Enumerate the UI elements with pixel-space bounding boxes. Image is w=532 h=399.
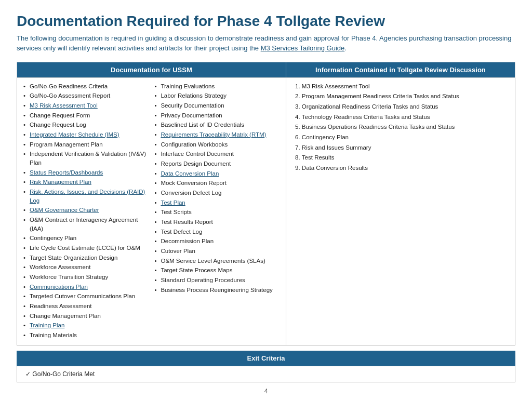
page-number: 4 — [17, 388, 515, 395]
doc-link[interactable]: Data Conversion Plan — [161, 170, 219, 177]
list-item: O&M Contract or Interagency Agreement (I… — [22, 216, 149, 233]
doc-list-col2: Training EvaluationsLabor Relations Stra… — [153, 82, 280, 341]
list-item: M3 Risk Assessment Tool — [302, 82, 510, 91]
exit-criteria-header: Exit Criteria — [17, 351, 515, 366]
list-item: Target State Organization Design — [22, 254, 149, 262]
list-item: Independent Verification & Validation (I… — [22, 150, 149, 167]
list-item: Organizational Readiness Criteria Tasks … — [302, 102, 510, 111]
doc-link[interactable]: Integrated Master Schedule (IMS) — [30, 131, 119, 138]
list-item: O&M Service Level Agreements (SLAs) — [153, 257, 280, 265]
list-item: Baselined List of ID Credentials — [153, 121, 280, 129]
list-item: Mock Conversion Report — [153, 179, 280, 188]
doc-link[interactable]: Risk, Actions, Issues, and Decisions (RA… — [30, 189, 145, 204]
list-item: Reports Design Document — [153, 159, 280, 168]
list-item: Life Cycle Cost Estimate (LCCE) for O&M — [22, 244, 149, 252]
list-item[interactable]: Training Plan — [22, 321, 149, 330]
list-item: Workforce Transition Strategy — [22, 273, 149, 282]
list-item: Go/No-Go Readiness Criteria — [22, 82, 149, 91]
list-item[interactable]: O&M Governance Charter — [22, 206, 149, 215]
list-item: Standard Operating Procedures — [153, 276, 280, 285]
exit-criteria-content: ✓ Go/No-Go Criteria Met — [17, 366, 515, 382]
list-item: Decommission Plan — [153, 237, 280, 246]
doc-list-col1: Go/No-Go Readiness CriteriaGo/No-Go Asse… — [22, 82, 153, 341]
list-item: Target State Process Maps — [153, 266, 280, 275]
list-item: Test Scripts — [153, 208, 280, 217]
list-item: Privacy Documentation — [153, 111, 280, 120]
list-item: Business Operations Readiness Criteria T… — [302, 123, 510, 131]
list-item: Technology Readiness Criteria Tasks and … — [302, 113, 510, 122]
docs-cell: Go/No-Go Readiness CriteriaGo/No-Go Asse… — [17, 77, 286, 345]
list-item: Test Results Report — [153, 218, 280, 227]
list-item: Go/No-Go Assessment Report — [22, 91, 149, 100]
info-list: M3 Risk Assessment ToolProgram Managemen… — [291, 82, 510, 172]
list-item: Conversion Defect Log — [153, 189, 280, 197]
list-item[interactable]: Requirements Traceability Matrix (RTM) — [153, 130, 280, 139]
list-item: Program Management Readiness Criteria Ta… — [302, 92, 510, 101]
list-item: Interface Control Document — [153, 150, 280, 158]
doc-link[interactable]: Communications Plan — [30, 284, 88, 290]
list-item: Business Process Reengineering Strategy — [153, 286, 280, 295]
doc-link[interactable]: Training Plan — [30, 322, 64, 328]
list-item: Change Management Plan — [22, 312, 149, 321]
list-item: Labor Relations Strategy — [153, 91, 280, 100]
list-item: Contingency Plan — [302, 133, 510, 142]
list-item: Configuration Workbooks — [153, 140, 280, 149]
list-item[interactable]: Test Plan — [153, 198, 280, 207]
doc-link[interactable]: O&M Governance Charter — [30, 207, 99, 213]
list-item: Contingency Plan — [22, 234, 149, 243]
list-item[interactable]: Risk, Actions, Issues, and Decisions (RA… — [22, 188, 149, 205]
doc-link[interactable]: Risk Management Plan — [30, 179, 91, 185]
list-item: Change Request Log — [22, 121, 149, 129]
subtitle: The following documentation is required … — [17, 33, 515, 54]
list-item: Training Materials — [22, 331, 149, 340]
list-item: Change Request Form — [22, 111, 149, 120]
page-title: Documentation Required for Phase 4 Tollg… — [17, 12, 515, 30]
list-item: Risk and Issues Summary — [302, 143, 510, 152]
doc-link[interactable]: Test Plan — [161, 200, 185, 206]
list-item: Test Results — [302, 153, 510, 162]
doc-list-1: Go/No-Go Readiness CriteriaGo/No-Go Asse… — [22, 82, 149, 340]
right-column-header: Information Contained in Tollgate Review… — [286, 62, 515, 77]
doc-link[interactable]: M3 Risk Assessment Tool — [30, 102, 98, 109]
doc-link[interactable]: Requirements Traceability Matrix (RTM) — [161, 131, 266, 138]
list-item[interactable]: Integrated Master Schedule (IMS) — [22, 130, 149, 139]
list-item: Targeted Cutover Communications Plan — [22, 292, 149, 301]
list-item: Workforce Assessment — [22, 263, 149, 272]
list-item[interactable]: M3 Risk Assessment Tool — [22, 101, 149, 110]
list-item: Data Conversion Results — [302, 164, 510, 172]
list-item: Readiness Assessment — [22, 302, 149, 311]
doc-list-2: Training EvaluationsLabor Relations Stra… — [153, 82, 280, 295]
list-item: Security Documentation — [153, 101, 280, 110]
list-item[interactable]: Communications Plan — [22, 283, 149, 291]
list-item[interactable]: Data Conversion Plan — [153, 169, 280, 178]
info-cell: M3 Risk Assessment ToolProgram Managemen… — [286, 77, 515, 345]
tailoring-guide-link[interactable]: M3 Services Tailoring Guide — [261, 44, 345, 52]
list-item: Cutover Plan — [153, 247, 280, 256]
list-item: Test Defect Log — [153, 228, 280, 236]
list-item: Training Evaluations — [153, 82, 280, 91]
main-table: Documentation for USSM Information Conta… — [17, 62, 515, 345]
left-column-header: Documentation for USSM — [17, 62, 286, 77]
list-item[interactable]: Risk Management Plan — [22, 178, 149, 187]
list-item: Program Management Plan — [22, 140, 149, 149]
list-item[interactable]: Status Reports/Dashboards — [22, 168, 149, 177]
doc-link[interactable]: Status Reports/Dashboards — [30, 169, 103, 176]
